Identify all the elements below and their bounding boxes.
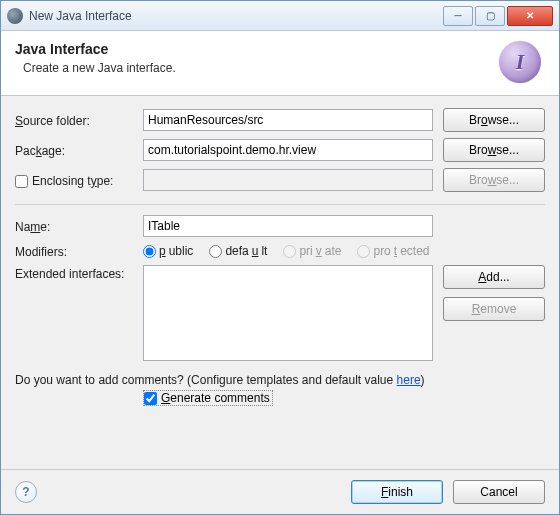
package-label: Package: <box>15 142 143 158</box>
browse-enclosing-button: Browse... <box>443 168 545 192</box>
banner-subtitle: Create a new Java interface. <box>15 61 491 75</box>
generate-comments-label[interactable]: Generate comments <box>143 390 273 406</box>
comments-question: Do you want to add comments? (Configure … <box>15 373 545 387</box>
modifier-default[interactable]: default <box>209 244 267 258</box>
cancel-button[interactable]: Cancel <box>453 480 545 504</box>
configure-here-link[interactable]: here <box>397 373 421 387</box>
finish-button[interactable]: Finish <box>351 480 443 504</box>
modifiers-label: Modifiers: <box>15 243 143 259</box>
add-button[interactable]: Add... <box>443 265 545 289</box>
app-icon <box>7 8 23 24</box>
name-input[interactable] <box>143 215 433 237</box>
modifiers-group: public default private protected <box>143 244 430 258</box>
form-content: Source folder: Browse... Package: Browse… <box>1 96 559 469</box>
modifier-protected: protected <box>357 244 429 258</box>
footer: ? Finish Cancel <box>1 469 559 514</box>
minimize-button[interactable]: ─ <box>443 6 473 26</box>
name-label: Name: <box>15 218 143 234</box>
interface-icon: I <box>499 41 541 83</box>
remove-button: Remove <box>443 297 545 321</box>
banner-heading: Java Interface <box>15 41 491 57</box>
enclosing-type-checkbox[interactable] <box>15 175 28 188</box>
generate-comments-checkbox[interactable] <box>144 392 157 405</box>
banner: Java Interface Create a new Java interfa… <box>1 31 559 96</box>
maximize-button[interactable]: ▢ <box>475 6 505 26</box>
package-input[interactable] <box>143 139 433 161</box>
dialog-window: New Java Interface ─ ▢ ✕ Java Interface … <box>0 0 560 515</box>
source-folder-input[interactable] <box>143 109 433 131</box>
source-folder-label: Source folder: <box>15 112 143 128</box>
window-title: New Java Interface <box>29 9 441 23</box>
titlebar[interactable]: New Java Interface ─ ▢ ✕ <box>1 1 559 31</box>
extended-interfaces-label: Extended interfaces: <box>15 265 143 281</box>
browse-package-button[interactable]: Browse... <box>443 138 545 162</box>
extended-interfaces-list[interactable] <box>143 265 433 361</box>
separator <box>15 204 545 205</box>
close-button[interactable]: ✕ <box>507 6 553 26</box>
enclosing-type-label: Enclosing type: <box>15 172 143 188</box>
help-icon[interactable]: ? <box>15 481 37 503</box>
browse-source-button[interactable]: Browse... <box>443 108 545 132</box>
enclosing-type-input <box>143 169 433 191</box>
modifier-private: private <box>283 244 341 258</box>
modifier-public[interactable]: public <box>143 244 193 258</box>
